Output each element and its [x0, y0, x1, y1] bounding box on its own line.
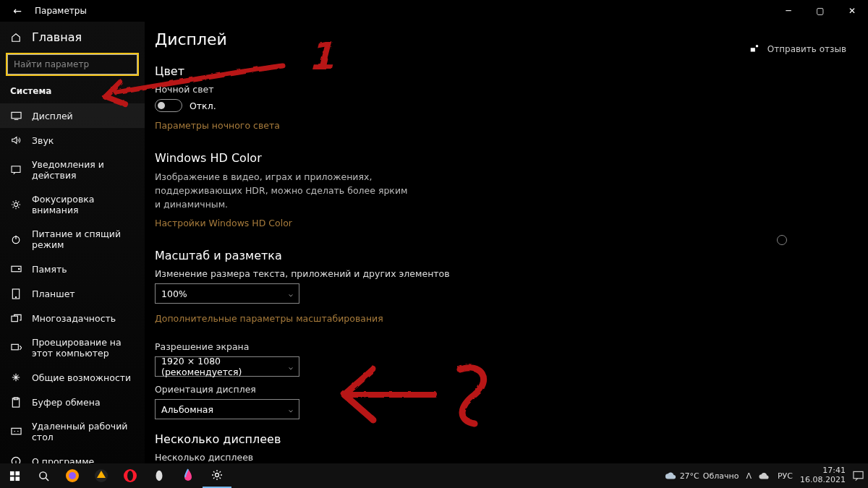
storage-icon: [10, 263, 22, 275]
sidebar-item-remote[interactable]: Удаленный рабочий стол: [0, 414, 145, 449]
taskbar-weather[interactable]: 27°C Облачно: [665, 471, 739, 481]
taskbar-app-4[interactable]: [145, 463, 174, 488]
sidebar-item-label: О программе: [32, 456, 94, 464]
page-title: Дисплей: [155, 30, 846, 48]
orientation-select[interactable]: Альбомная ⌵: [155, 399, 299, 419]
scale-heading: Масштаб и разметка: [155, 249, 846, 262]
sidebar-item-label: Память: [32, 264, 67, 275]
sidebar-item-label: Уведомления и действия: [32, 159, 135, 181]
tray-notifications[interactable]: [853, 471, 864, 481]
night-light-label: Ночной свет: [155, 84, 846, 95]
svg-point-2: [14, 202, 17, 206]
svg-point-21: [39, 471, 46, 478]
svg-point-15: [755, 45, 758, 48]
night-light-toggle[interactable]: [155, 99, 182, 112]
text-size-select[interactable]: 100% ⌵: [155, 283, 299, 304]
tray-onedrive[interactable]: [759, 471, 770, 480]
tray-clock[interactable]: 17:4116.08.2021: [800, 466, 846, 484]
tray-chevron[interactable]: ᐱ: [746, 471, 752, 481]
sidebar-item-label: Фокусировка внимания: [32, 194, 135, 215]
svg-rect-8: [11, 316, 17, 322]
hd-color-heading: Windows HD Color: [155, 151, 846, 165]
sidebar-item-power[interactable]: Питание и спящий режим: [0, 222, 145, 257]
tray-language[interactable]: РУС: [778, 471, 793, 481]
sidebar-item-clipboard[interactable]: Буфер обмена: [0, 390, 145, 414]
start-button[interactable]: [0, 463, 29, 488]
back-button[interactable]: ←: [3, 5, 32, 17]
taskbar-app-5[interactable]: [174, 463, 203, 488]
taskbar-app-2[interactable]: [87, 463, 116, 488]
taskbar-app-firefox[interactable]: [58, 463, 87, 488]
sidebar-item-label: Планшет: [32, 288, 75, 299]
sidebar: Главная Система Дисплей Звук Уведомления…: [0, 22, 145, 463]
svg-rect-9: [11, 344, 17, 350]
taskbar-app-opera[interactable]: [116, 463, 145, 488]
svg-rect-18: [15, 471, 20, 475]
toggle-state-label: Откл.: [190, 100, 216, 111]
sidebar-item-label: Буфер обмена: [32, 397, 101, 408]
weather-cond: Облачно: [703, 471, 739, 481]
feedback-icon: [749, 43, 760, 55]
hd-color-desc: Изображение в видео, играх и приложениях…: [155, 171, 415, 211]
home-nav[interactable]: Главная: [0, 25, 145, 50]
svg-point-7: [15, 296, 16, 297]
shared-icon: [10, 372, 22, 383]
sidebar-item-label: Дисплей: [32, 111, 73, 121]
night-light-settings-link[interactable]: Параметры ночного света: [155, 120, 280, 131]
window-title: Параметры: [32, 6, 87, 16]
sidebar-item-focus[interactable]: Фокусировка внимания: [0, 187, 145, 222]
sidebar-item-storage[interactable]: Память: [0, 257, 145, 281]
svg-rect-20: [15, 476, 20, 481]
color-heading: Цвет: [155, 64, 846, 78]
chevron-down-icon: ⌵: [289, 363, 293, 371]
taskbar-search-button[interactable]: [29, 463, 58, 488]
sidebar-item-sound[interactable]: Звук: [0, 128, 145, 153]
taskbar-app-settings[interactable]: [203, 463, 231, 488]
search-input[interactable]: [7, 54, 137, 74]
text-size-value: 100%: [161, 288, 187, 299]
svg-rect-17: [9, 471, 14, 475]
multi-display-label: Несколько дисплеев: [155, 452, 846, 463]
multi-display-heading: Несколько дисплеев: [155, 432, 846, 446]
chevron-down-icon: ⌵: [289, 406, 293, 414]
resolution-value: 1920 × 1080 (рекомендуется): [161, 356, 289, 377]
taskbar: 27°C Облачно ᐱ РУС 17:4116.08.2021: [0, 463, 868, 488]
sidebar-item-label: Звук: [32, 135, 54, 146]
resolution-label: Разрешение экрана: [155, 341, 846, 352]
hd-color-link[interactable]: Настройки Windows HD Color: [155, 218, 292, 228]
sidebar-item-tablet[interactable]: Планшет: [0, 281, 145, 306]
category-label: Система: [0, 82, 145, 103]
feedback-label: Отправить отзыв: [767, 44, 846, 54]
sidebar-item-notifications[interactable]: Уведомления и действия: [0, 153, 145, 187]
maximize-button[interactable]: ▢: [804, 0, 836, 22]
display-icon: [10, 110, 22, 121]
minimize-button[interactable]: ─: [773, 0, 804, 22]
date-value: 16.08.2021: [800, 475, 846, 484]
sidebar-item-project[interactable]: Проецирование на этот компьютер: [0, 330, 145, 365]
text-size-label: Изменение размера текста, приложений и д…: [155, 268, 846, 279]
notify-icon: [10, 164, 22, 176]
svg-point-28: [216, 474, 219, 477]
svg-rect-12: [11, 428, 20, 434]
resolution-select[interactable]: 1920 × 1080 (рекомендуется) ⌵: [155, 356, 299, 377]
svg-point-27: [156, 471, 163, 481]
sidebar-item-about[interactable]: О программе: [0, 449, 145, 463]
project-icon: [10, 342, 22, 354]
sidebar-item-display[interactable]: Дисплей: [0, 103, 145, 128]
clipboard-icon: [10, 396, 22, 408]
sidebar-item-multitask[interactable]: Многозадачность: [0, 306, 145, 330]
close-button[interactable]: ✕: [836, 0, 868, 22]
sidebar-item-label: Удаленный рабочий стол: [32, 421, 135, 442]
weather-temp: 27°C: [680, 471, 699, 481]
svg-rect-0: [11, 112, 20, 118]
svg-rect-1: [12, 166, 20, 173]
orientation-value: Альбомная: [161, 404, 213, 415]
feedback-link[interactable]: Отправить отзыв: [749, 43, 846, 55]
time-value: 17:41: [822, 466, 846, 475]
svg-rect-14: [750, 48, 754, 51]
power-icon: [10, 234, 22, 245]
sidebar-item-shared[interactable]: Общие возможности: [0, 365, 145, 390]
main-content: Отправить отзыв Дисплей Цвет Ночной свет…: [145, 22, 868, 463]
scaling-advanced-link[interactable]: Дополнительные параметры масштабирования: [155, 313, 383, 324]
svg-rect-29: [854, 471, 863, 478]
